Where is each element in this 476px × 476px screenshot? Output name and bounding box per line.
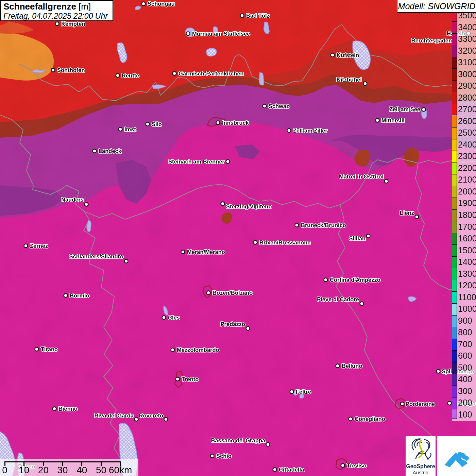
colorbar-tick-label: 2700	[458, 104, 476, 114]
partner-logo-box	[437, 436, 476, 476]
colorbar-cell	[452, 80, 457, 92]
city-dot	[55, 22, 59, 26]
city-label: Innsbruck	[222, 120, 249, 126]
city-dot	[124, 259, 128, 263]
city-dot	[171, 348, 175, 352]
city-dot	[363, 82, 367, 86]
colorbar-tick-label: 2400	[458, 140, 476, 149]
city-dot	[53, 407, 56, 411]
city-label: Feltre	[296, 389, 311, 395]
city-dot	[85, 203, 88, 206]
colorbar-cell	[452, 186, 457, 198]
city-dot	[240, 14, 244, 18]
city-dot	[164, 418, 168, 421]
model-label-box: Modell: SNOWGRID	[397, 0, 476, 13]
colorbar-cell	[452, 409, 457, 419]
colorbar-labels: 3500340033003200310030002900280027002600…	[458, 13, 476, 421]
geosphere-logo-country: Austria	[406, 470, 436, 476]
colorbar-cell	[452, 256, 457, 268]
colorbar-cell	[452, 327, 457, 339]
colorbar-tick-label: 600	[458, 351, 472, 360]
colorbar-cell	[452, 104, 457, 116]
colorbar-tick-label: 3000	[458, 69, 476, 79]
colorbar-cell	[452, 350, 457, 362]
city-dot	[349, 417, 353, 421]
city-dot	[385, 180, 388, 183]
weather-map: SchongauBad TölzKemptenMurnau am Staffel…	[0, 0, 476, 476]
colorbar-cell	[452, 362, 457, 374]
city-dot	[146, 122, 150, 126]
colorbar-cell	[452, 13, 457, 21]
city-label: Bad Tölz	[246, 13, 270, 19]
city-dot	[51, 68, 55, 72]
city-label: Pordenone	[406, 401, 435, 407]
colorbar-tick-label: 2900	[458, 81, 476, 90]
colorbar-tick-label: 2000	[458, 187, 476, 196]
colorbar-tick-label: 500	[458, 363, 472, 372]
city-label: Pieve di Cadore	[317, 296, 359, 302]
city-dot	[415, 215, 419, 219]
colorbar-tick-label: 1300	[458, 269, 476, 278]
city-dot	[331, 53, 335, 57]
colorbar-tick-label: 900	[458, 316, 472, 325]
city-label: Conegliano	[355, 416, 385, 422]
city-label: Bassano del Grappa	[211, 437, 265, 443]
city-dot	[64, 294, 68, 298]
colorbar-tick-label: 1600	[458, 234, 476, 243]
colorbar-tick-label: 100	[458, 410, 472, 419]
colorbar-tick-label: 400	[458, 374, 472, 384]
colorbar-cell	[452, 209, 457, 221]
city-dot	[207, 291, 210, 295]
city-dot	[210, 454, 214, 458]
city-dot	[287, 129, 291, 133]
city-label: Sillian	[349, 235, 366, 241]
title-unit: [m]	[79, 1, 91, 12]
geosphere-logo-icon	[406, 436, 436, 462]
city-label: Brixen/Bressanone	[259, 239, 310, 245]
city-label: Kempten	[61, 21, 85, 27]
city-dot	[116, 74, 120, 78]
city-label: Tirano	[41, 346, 58, 352]
city-label: Imst	[124, 126, 136, 132]
colorbar-cell	[452, 21, 457, 33]
colorbar-tick-label: 1100	[458, 292, 476, 302]
colorbar-cell	[452, 244, 457, 256]
colorbar-tick-label: 200	[458, 398, 472, 407]
colorbar-cell	[452, 163, 457, 174]
colorbar-cell	[452, 92, 457, 104]
colorbar-cell	[452, 315, 457, 327]
city-label: Berchtesgaden	[411, 37, 452, 44]
city-label: Sonthofen	[57, 67, 85, 73]
city-label: Zell am See	[389, 106, 420, 112]
city-dot	[324, 278, 328, 282]
colorbar-cell	[452, 68, 457, 80]
city-dot	[367, 234, 370, 238]
city-label: Reutte	[122, 72, 139, 79]
city-label: Cles	[168, 314, 180, 321]
city-label: Riva del Garda	[94, 412, 134, 419]
city-label: Bozen/Bolzano	[213, 290, 253, 296]
snowgrid-map-page: SchongauBad TölzKemptenMurnau am Staffel…	[0, 0, 476, 476]
city-dot	[35, 347, 39, 351]
city-label: Schongau	[148, 1, 175, 7]
colorbar-tick-label: 3300	[458, 34, 476, 44]
colorbar-cell	[452, 198, 457, 209]
city-label: Zernez	[30, 243, 48, 249]
colorbar-tick-label: 3200	[458, 46, 476, 55]
colorbar-cell	[452, 386, 457, 397]
city-label: Matrei in Osttirol	[339, 173, 384, 180]
city-label: Lienz	[400, 210, 414, 216]
city-label: Schwaz	[269, 103, 289, 109]
city-dot	[24, 244, 28, 248]
city-label: Belluno	[342, 363, 362, 369]
colorbar-tick-label: 2200	[458, 163, 476, 173]
colorbar-cell	[452, 33, 457, 45]
colorbar-tick-label: 3100	[458, 57, 476, 67]
city-label: Schlanders/Silandro	[69, 253, 123, 259]
city-dot	[93, 149, 97, 153]
city-label: Garmisch-Partenkirchen	[178, 70, 244, 76]
colorbar-tick-label: 2300	[458, 151, 476, 161]
city-dot	[119, 128, 122, 131]
city-label: Cortina d'Ampezzo	[330, 277, 380, 283]
city-label: Mezzolombardo	[177, 347, 219, 353]
